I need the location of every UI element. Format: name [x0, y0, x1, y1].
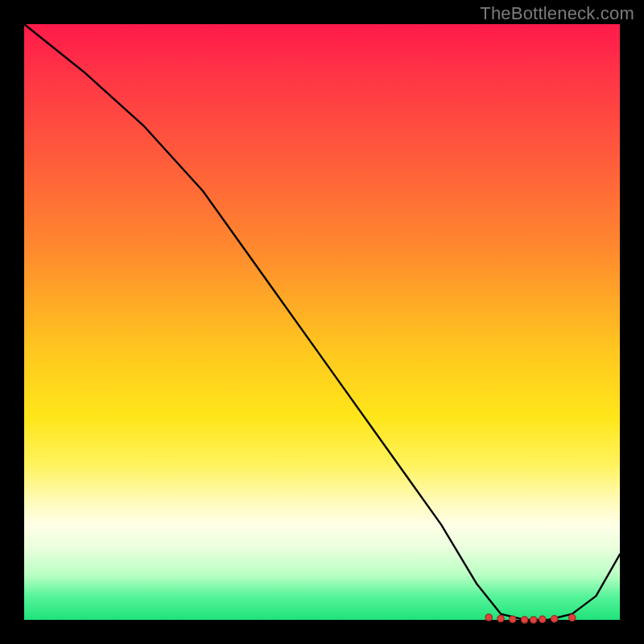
marker-dot: [510, 616, 516, 622]
marker-dot: [497, 615, 504, 621]
curve-svg: [24, 24, 620, 620]
marker-dot: [551, 616, 557, 622]
chart-frame: TheBottleneck.com: [0, 0, 644, 644]
marker-dot: [521, 617, 527, 623]
plot-area: [24, 24, 620, 620]
main-curve: [24, 24, 620, 620]
watermark-text: TheBottleneck.com: [480, 3, 634, 24]
curve-markers: [485, 614, 576, 623]
marker-dot: [539, 616, 546, 622]
marker-dot: [569, 614, 576, 621]
marker-dot: [485, 614, 492, 621]
marker-dot: [530, 617, 537, 623]
